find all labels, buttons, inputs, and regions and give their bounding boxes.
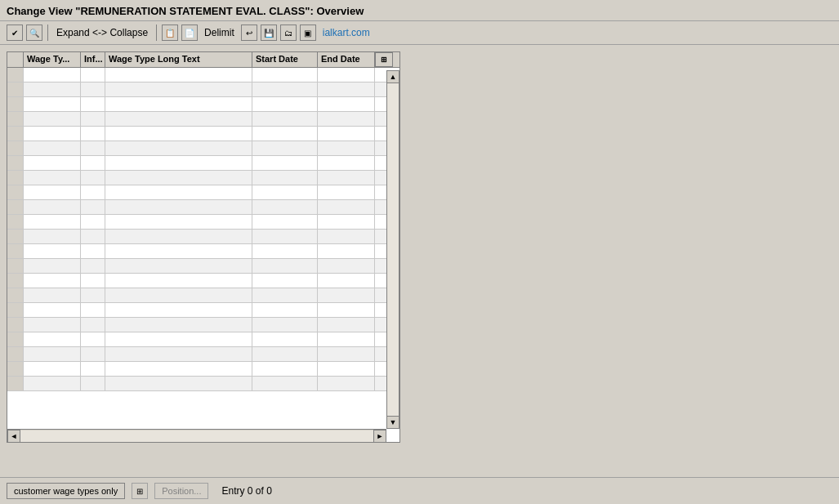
row-selector[interactable]: [7, 127, 24, 140]
footer-bar: customer wage types only ⊞ Position... E…: [0, 477, 839, 504]
row-wagelong: [105, 303, 252, 317]
row-selector[interactable]: [7, 347, 24, 361]
row-enddate: [318, 362, 375, 376]
scroll-right-btn[interactable]: ►: [373, 430, 386, 443]
row-selector[interactable]: [7, 230, 24, 243]
search-icon[interactable]: 🔍: [26, 25, 42, 41]
row-selector[interactable]: [7, 68, 24, 82]
row-selector[interactable]: [7, 318, 24, 332]
table-container: Wage Ty... Inf... Wage Type Long Text St…: [7, 51, 400, 443]
row-inf: [81, 156, 105, 170]
row-wagety: [24, 68, 81, 82]
row-wagelong: [105, 288, 252, 302]
row-selector[interactable]: [7, 200, 24, 214]
row-startdate: [252, 171, 318, 185]
row-selector[interactable]: [7, 259, 24, 273]
table-header: Wage Ty... Inf... Wage Type Long Text St…: [7, 52, 399, 68]
row-inf: [81, 362, 105, 376]
row-startdate: [252, 156, 318, 170]
row-startdate: [252, 303, 318, 317]
table-row[interactable]: [7, 288, 386, 303]
row-selector[interactable]: [7, 83, 24, 96]
row-selector[interactable]: [7, 377, 24, 390]
row-enddate: [318, 156, 375, 170]
table-row[interactable]: [7, 112, 386, 127]
row-startdate: [252, 185, 318, 199]
table-row[interactable]: [7, 156, 386, 171]
row-wagelong: [105, 185, 252, 199]
title-bar: Change View "REMUNERATION STATEMENT EVAL…: [0, 0, 839, 21]
row-startdate: [252, 68, 318, 82]
row-enddate: [318, 377, 375, 390]
table-row[interactable]: [7, 68, 386, 83]
col-config-icon[interactable]: ⊞: [375, 52, 393, 67]
row-selector[interactable]: [7, 185, 24, 199]
table-row[interactable]: [7, 171, 386, 185]
row-inf: [81, 303, 105, 317]
table-row[interactable]: [7, 259, 386, 274]
table-row[interactable]: [7, 230, 386, 244]
row-inf: [81, 127, 105, 140]
row-enddate: [318, 318, 375, 332]
table-row[interactable]: [7, 332, 386, 347]
save1-icon[interactable]: 💾: [261, 25, 277, 41]
table-row[interactable]: [7, 97, 386, 112]
row-selector[interactable]: [7, 288, 24, 302]
table-row[interactable]: [7, 215, 386, 230]
row-selector[interactable]: [7, 171, 24, 185]
scroll-left-btn[interactable]: ◄: [7, 430, 20, 443]
table-row[interactable]: [7, 127, 386, 141]
row-wagety: [24, 377, 81, 390]
row-inf: [81, 97, 105, 111]
table-row[interactable]: [7, 347, 386, 362]
row-enddate: [318, 185, 375, 199]
table-row[interactable]: [7, 244, 386, 259]
row-selector[interactable]: [7, 215, 24, 229]
table-row[interactable]: [7, 377, 386, 391]
row-enddate: [318, 68, 375, 82]
row-startdate: [252, 362, 318, 376]
table-row[interactable]: [7, 362, 386, 377]
row-selector[interactable]: [7, 362, 24, 376]
row-wagelong: [105, 332, 252, 346]
row-selector[interactable]: [7, 112, 24, 126]
table-row[interactable]: [7, 185, 386, 200]
row-enddate: [318, 112, 375, 126]
row-inf: [81, 259, 105, 273]
customer-wage-types-button[interactable]: customer wage types only: [7, 483, 125, 499]
check-icon[interactable]: ✔: [7, 25, 23, 41]
filter-icon[interactable]: ▣: [300, 25, 316, 41]
toolbar-separator-2: [156, 25, 157, 41]
row-wagelong: [105, 83, 252, 96]
row-selector[interactable]: [7, 97, 24, 111]
row-inf: [81, 215, 105, 229]
table-row[interactable]: [7, 303, 386, 318]
delimit-button[interactable]: Delimit: [201, 25, 238, 40]
row-selector[interactable]: [7, 274, 24, 288]
copy-icon[interactable]: 📋: [162, 25, 178, 41]
row-selector[interactable]: [7, 332, 24, 346]
position-button[interactable]: Position...: [154, 483, 208, 499]
paste-icon[interactable]: 📄: [181, 25, 198, 41]
table-row[interactable]: [7, 200, 386, 215]
table-row[interactable]: [7, 83, 386, 97]
undo-icon[interactable]: ↩: [241, 25, 257, 41]
expand-collapse-button[interactable]: Expand <-> Collapse: [53, 25, 151, 40]
row-startdate: [252, 141, 318, 155]
table-row[interactable]: [7, 274, 386, 288]
scroll-down-btn[interactable]: ▼: [386, 416, 399, 429]
row-selector[interactable]: [7, 244, 24, 258]
row-selector[interactable]: [7, 156, 24, 170]
position-icon: ⊞: [132, 483, 148, 499]
row-selector[interactable]: [7, 303, 24, 317]
row-selector[interactable]: [7, 141, 24, 155]
table-row[interactable]: [7, 318, 386, 332]
row-inf: [81, 230, 105, 243]
row-enddate: [318, 244, 375, 258]
row-wagelong: [105, 171, 252, 185]
table-row[interactable]: [7, 141, 386, 156]
scroll-up-btn[interactable]: ▲: [386, 70, 399, 83]
toolbar-separator-1: [47, 25, 48, 41]
row-inf: [81, 200, 105, 214]
save2-icon[interactable]: 🗂: [280, 25, 297, 41]
